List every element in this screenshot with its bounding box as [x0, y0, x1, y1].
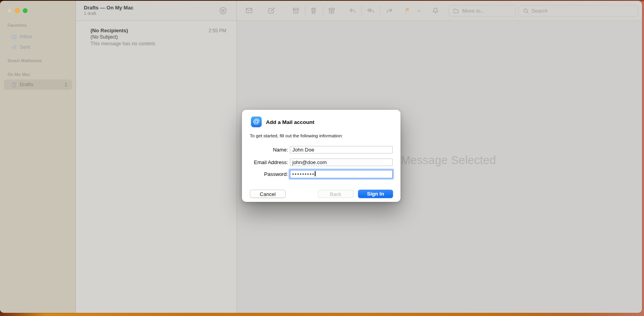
move-to-label: Move to...: [462, 8, 485, 14]
toolbar-divider: [305, 6, 305, 16]
search-field[interactable]: [519, 5, 638, 17]
document-icon: [11, 81, 17, 88]
sidebar-item-inbox[interactable]: Inbox: [2, 31, 73, 42]
filter-icon[interactable]: [219, 6, 227, 15]
window-subtitle: 1 draft: [84, 11, 96, 16]
name-field-row: Name:: [242, 146, 400, 154]
toolbar-divider: [380, 6, 380, 16]
window-minimize-button[interactable]: [15, 8, 20, 13]
move-to-button[interactable]: Move to...: [448, 5, 516, 17]
drafts-count-badge: 1: [65, 82, 67, 87]
message-sender: (No Recipients): [90, 28, 128, 33]
search-input[interactable]: [531, 6, 637, 16]
window-title: Drafts — On My Mac: [84, 5, 133, 11]
trash-icon[interactable]: [309, 6, 318, 15]
message-list-item[interactable]: (No Recipients) 2:55 PM (No Subject) Thi…: [76, 24, 236, 49]
back-button[interactable]: Back: [318, 190, 353, 198]
message-subject: (No Subject): [90, 34, 118, 40]
password-field-row: Password: •••••••••: [242, 170, 400, 178]
password-label: Password:: [242, 170, 288, 178]
flag-icon[interactable]: [404, 6, 412, 15]
reply-icon[interactable]: [348, 6, 357, 15]
sidebar-item-label: Sent: [20, 44, 30, 50]
sidebar-item-drafts[interactable]: Drafts 1: [4, 79, 72, 90]
folder-icon: [452, 7, 459, 15]
forward-icon[interactable]: [385, 6, 394, 15]
sign-in-button[interactable]: Sign In: [358, 190, 393, 198]
reply-all-icon[interactable]: [366, 6, 375, 15]
toolbar: Drafts — On My Mac 1 draft: [76, 1, 642, 21]
toolbar-divider: [362, 6, 362, 16]
sidebar-item-label: Drafts: [20, 81, 33, 87]
message-list: (No Recipients) 2:55 PM (No Subject) Thi…: [76, 21, 236, 313]
sidebar-item-label: Inbox: [20, 33, 32, 39]
email-field-row: Email Address:: [242, 159, 400, 166]
at-symbol-icon: @: [251, 116, 262, 127]
message-preview: This message has no content.: [90, 41, 156, 46]
email-address-label: Email Address:: [242, 159, 288, 166]
search-icon: [522, 7, 530, 15]
dialog-subtitle: To get started, fill out the following i…: [250, 133, 343, 138]
name-input[interactable]: [290, 146, 393, 153]
message-time: 2:55 PM: [209, 28, 226, 33]
inbox-icon: [11, 33, 17, 40]
name-label: Name:: [242, 146, 288, 154]
dialog-title: Add a Mail account: [266, 119, 314, 125]
sidebar-section-on-my-mac: On My Mac: [7, 72, 30, 77]
mail-window: Favorites Inbox Sent Smart Mailboxes On …: [0, 1, 642, 313]
chevron-down-icon[interactable]: [417, 8, 422, 13]
compose-icon[interactable]: [267, 6, 276, 15]
desktop: Favorites Inbox Sent Smart Mailboxes On …: [0, 0, 644, 316]
add-mail-account-dialog: @ Add a Mail account To get started, fil…: [242, 110, 400, 202]
text-cursor: [315, 171, 316, 176]
junk-icon[interactable]: [327, 6, 336, 15]
new-message-icon[interactable]: [245, 6, 253, 15]
window-zoom-button[interactable]: [23, 8, 28, 13]
email-address-input[interactable]: [290, 159, 393, 166]
sidebar-item-sent[interactable]: Sent: [2, 42, 73, 52]
mute-bell-icon[interactable]: [431, 6, 440, 15]
archive-icon[interactable]: [292, 6, 300, 15]
password-masked-value: •••••••••: [292, 170, 315, 178]
window-close-button[interactable]: [7, 8, 12, 13]
toolbar-divider: [323, 6, 323, 16]
paperplane-icon: [11, 44, 17, 51]
password-input[interactable]: •••••••••: [290, 170, 393, 178]
sidebar-section-smart-mailboxes: Smart Mailboxes: [7, 58, 42, 63]
cancel-button[interactable]: Cancel: [250, 190, 286, 198]
pane-divider[interactable]: [236, 1, 237, 313]
sidebar-section-favorites: Favorites: [7, 23, 27, 28]
sidebar: Favorites Inbox Sent Smart Mailboxes On …: [0, 1, 76, 313]
